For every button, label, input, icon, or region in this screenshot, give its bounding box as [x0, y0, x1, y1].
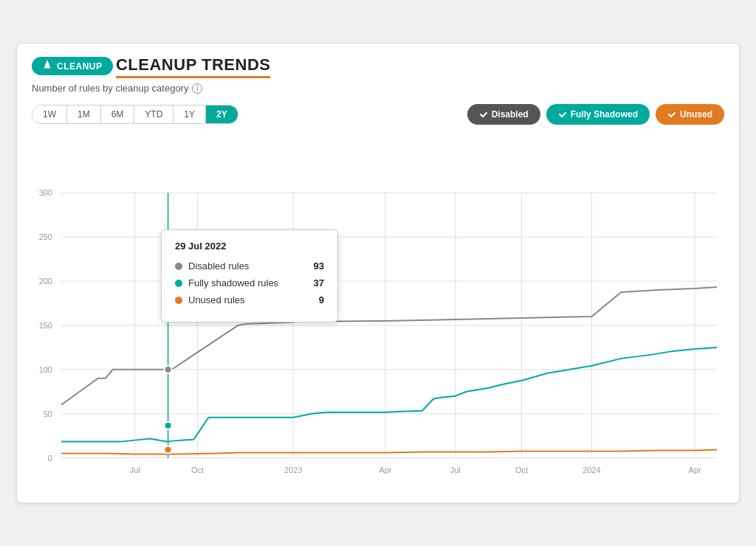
svg-text:50: 50 — [44, 410, 52, 418]
svg-text:Jul: Jul — [130, 466, 140, 474]
svg-text:Apr: Apr — [689, 466, 701, 474]
svg-point-33 — [165, 422, 172, 429]
legend-buttons: Disabled Fully Shadowed Unused — [467, 104, 724, 125]
broom-icon — [42, 60, 52, 72]
svg-rect-0 — [47, 60, 48, 62]
svg-point-32 — [165, 366, 172, 373]
subtitle: Number of rules by cleanup category i — [32, 83, 724, 94]
main-card: CLEANUP CLEANUP TRENDS Number of rules b… — [16, 43, 740, 503]
time-tabs: 1W 1M 6M YTD 1Y 2Y — [32, 105, 238, 124]
tooltip-date: 29 Jul 2022 — [175, 241, 324, 252]
tab-6m[interactable]: 6M — [101, 106, 135, 123]
tab-ytd[interactable]: YTD — [134, 106, 173, 123]
legend-shadowed-button[interactable]: Fully Shadowed — [546, 104, 650, 125]
tooltip-row-shadowed: Fully shadowed rules 37 — [175, 277, 324, 288]
tooltip: 29 Jul 2022 Disabled rules 93 Fully shad… — [161, 229, 338, 322]
tab-1y[interactable]: 1Y — [173, 106, 206, 123]
tooltip-dot-shadowed — [175, 280, 182, 287]
svg-text:250: 250 — [39, 232, 52, 241]
controls-row: 1W 1M 6M YTD 1Y 2Y Disabled Fully Shadow… — [32, 104, 724, 125]
check-icon-unused — [667, 110, 676, 119]
chart-area: 0 50 100 150 200 250 300 Jul Oct 2023 Ap… — [32, 134, 724, 488]
svg-text:200: 200 — [39, 277, 52, 286]
svg-text:2023: 2023 — [284, 466, 302, 474]
tab-1m[interactable]: 1M — [67, 106, 101, 123]
tooltip-dot-unused — [175, 297, 182, 304]
tooltip-dot-disabled — [175, 263, 182, 270]
svg-point-34 — [165, 446, 172, 454]
cleanup-badge: CLEANUP — [32, 57, 113, 75]
check-icon-shadowed — [558, 110, 567, 119]
svg-text:150: 150 — [39, 321, 52, 330]
info-icon[interactable]: i — [192, 83, 202, 94]
page-title: CLEANUP TRENDS — [116, 55, 271, 78]
svg-text:Oct: Oct — [515, 466, 528, 474]
svg-text:Oct: Oct — [191, 466, 204, 474]
chart-svg: 0 50 100 150 200 250 300 Jul Oct 2023 Ap… — [32, 134, 724, 488]
svg-text:Jul: Jul — [450, 466, 461, 474]
svg-text:2024: 2024 — [583, 466, 600, 474]
tooltip-row-unused: Unused rules 9 — [175, 294, 324, 305]
tab-2y[interactable]: 2Y — [206, 106, 238, 123]
svg-text:Apr: Apr — [379, 466, 391, 474]
badge-label: CLEANUP — [57, 61, 103, 72]
svg-text:0: 0 — [48, 454, 52, 463]
svg-text:300: 300 — [39, 188, 52, 197]
svg-text:100: 100 — [39, 365, 52, 374]
check-icon-disabled — [479, 110, 488, 119]
tooltip-row-disabled: Disabled rules 93 — [175, 260, 324, 272]
tab-1w[interactable]: 1W — [32, 106, 67, 123]
legend-unused-button[interactable]: Unused — [656, 104, 724, 125]
legend-disabled-button[interactable]: Disabled — [467, 104, 540, 125]
